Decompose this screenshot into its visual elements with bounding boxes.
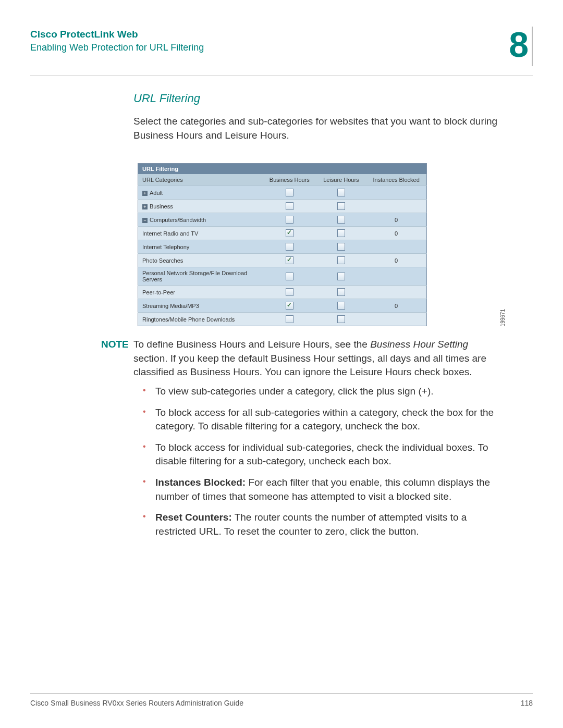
business-hours-checkbox[interactable]: [286, 273, 293, 280]
instances-blocked-value: [366, 186, 426, 200]
url-filtering-table: URL Filtering URL Categories Business Ho…: [138, 163, 427, 326]
list-item: Reset Counters: The router counts the nu…: [155, 511, 501, 538]
list-item: To view sub-categories under a category,…: [155, 385, 501, 399]
col-header-instances: Instances Blocked: [366, 174, 426, 186]
section-heading: URL Filtering: [133, 92, 501, 105]
category-label: Ringtones/Mobile Phone Downloads: [142, 316, 235, 323]
leisure-hours-checkbox[interactable]: [337, 202, 345, 210]
business-hours-checkbox[interactable]: [286, 315, 293, 323]
business-hours-checkbox[interactable]: [286, 243, 293, 251]
leisure-hours-checkbox[interactable]: [337, 243, 345, 251]
category-label: Streaming Media/MP3: [142, 303, 199, 309]
table-row: +Business: [138, 200, 427, 213]
collapse-icon[interactable]: −: [142, 218, 148, 223]
table-row: Streaming Media/MP30: [138, 299, 427, 313]
table-row: +Adult: [138, 186, 427, 200]
header-subtitle: Enabling Web Protection for URL Filterin…: [30, 42, 204, 53]
category-label: Internet Radio and TV: [142, 230, 198, 237]
table-row: Ringtones/Mobile Phone Downloads: [138, 313, 427, 326]
footer-left: Cisco Small Business RV0xx Series Router…: [30, 699, 243, 707]
leisure-hours-checkbox[interactable]: [337, 315, 345, 323]
note-body: To define Business Hours and Leisure Hou…: [133, 338, 501, 379]
table-row: Personal Network Storage/File Download S…: [138, 267, 427, 286]
header-title: Cisco ProtectLink Web: [30, 29, 204, 40]
footer-right: 118: [521, 699, 533, 707]
instances-blocked-value: 0: [366, 254, 426, 267]
leisure-hours-checkbox[interactable]: [337, 216, 345, 224]
list-item: Instances Blocked: For each filter that …: [155, 476, 501, 503]
chapter-number: 8: [509, 27, 533, 66]
category-label: Internet Telephony: [142, 244, 189, 250]
instances-blocked-value: 0: [366, 227, 426, 240]
list-item: To block access for all sub-categories w…: [155, 406, 501, 434]
expand-icon[interactable]: +: [142, 204, 148, 209]
instances-blocked-value: 0: [366, 299, 426, 313]
leisure-hours-checkbox[interactable]: [337, 256, 345, 264]
instances-blocked-value: [366, 313, 426, 326]
business-hours-checkbox[interactable]: [286, 302, 293, 310]
page-header: Cisco ProtectLink Web Enabling Web Prote…: [30, 29, 533, 76]
table-row: Internet Radio and TV0: [138, 227, 427, 240]
instances-blocked-value: [366, 267, 426, 286]
leisure-hours-checkbox[interactable]: [337, 229, 345, 237]
business-hours-checkbox[interactable]: [286, 216, 293, 224]
instances-blocked-value: [366, 240, 426, 254]
table-row: Peer-to-Peer: [138, 286, 427, 299]
category-label: Business: [150, 203, 173, 209]
col-header-business: Business Hours: [263, 174, 316, 186]
expand-icon[interactable]: +: [142, 191, 148, 196]
note-label: NOTE: [101, 338, 133, 379]
business-hours-checkbox[interactable]: [286, 288, 293, 296]
intro-paragraph: Select the categories and sub-categories…: [133, 115, 501, 142]
list-item: To block access for individual sub-categ…: [155, 441, 501, 468]
category-label: Adult: [150, 190, 163, 196]
category-label: Peer-to-Peer: [142, 289, 175, 295]
business-hours-checkbox[interactable]: [286, 189, 293, 196]
page-footer: Cisco Small Business RV0xx Series Router…: [30, 693, 533, 707]
business-hours-checkbox[interactable]: [286, 229, 293, 237]
url-filtering-table-figure: URL Filtering URL Categories Business Ho…: [133, 163, 501, 326]
business-hours-checkbox[interactable]: [286, 256, 293, 264]
col-header-leisure: Leisure Hours: [316, 174, 366, 186]
leisure-hours-checkbox[interactable]: [337, 288, 345, 296]
category-label: Photo Searches: [142, 257, 183, 264]
category-label: Personal Network Storage/File Download S…: [142, 270, 247, 282]
leisure-hours-checkbox[interactable]: [337, 189, 345, 196]
table-section-title: URL Filtering: [138, 164, 427, 175]
figure-number: 199671: [500, 309, 506, 326]
leisure-hours-checkbox[interactable]: [337, 302, 345, 310]
instances-blocked-value: [366, 200, 426, 213]
col-header-categories: URL Categories: [138, 174, 263, 186]
category-label: Computers/Bandwidth: [150, 217, 206, 223]
instances-blocked-value: 0: [366, 213, 426, 227]
instances-blocked-value: [366, 286, 426, 299]
table-row: Internet Telephony: [138, 240, 427, 254]
business-hours-checkbox[interactable]: [286, 202, 293, 210]
table-row: −Computers/Bandwidth0: [138, 213, 427, 227]
table-row: Photo Searches0: [138, 254, 427, 267]
leisure-hours-checkbox[interactable]: [337, 273, 345, 280]
